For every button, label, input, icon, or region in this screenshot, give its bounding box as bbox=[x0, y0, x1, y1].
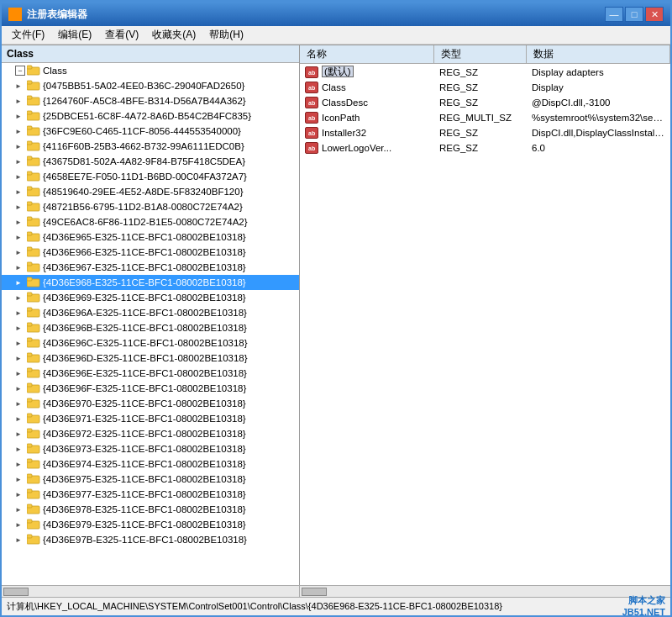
svg-text:ab: ab bbox=[308, 130, 315, 136]
tree-item-label: {4D36E975-E325-11CE-BFC1-08002BE10318} bbox=[43, 474, 246, 484]
svg-rect-21 bbox=[27, 187, 32, 190]
tree-item-label: {4D36E969-E325-11CE-BFC1-08002BE10318} bbox=[43, 293, 246, 303]
table-container[interactable]: ab (默认)REG_SZDisplay adapters ab ClassRE… bbox=[300, 64, 670, 585]
svg-rect-25 bbox=[27, 217, 32, 220]
tree-item[interactable]: ► {4D36E972-E325-11CE-BFC1-08002BE10318} bbox=[2, 426, 299, 441]
tree-item[interactable]: ► {4D36E96E-E325-11CE-BFC1-08002BE10318} bbox=[2, 366, 299, 381]
menu-edit[interactable]: 编辑(E) bbox=[51, 26, 98, 44]
tree-item-label: {4D36E979-E325-11CE-BFC1-08002BE10318} bbox=[43, 519, 246, 530]
tree-item[interactable]: ► {4D36E974-E325-11CE-BFC1-08002BE10318} bbox=[2, 456, 299, 472]
svg-rect-3 bbox=[16, 15, 20, 19]
tree-item[interactable]: ► {4D36E978-E325-11CE-BFC1-08002BE10318} bbox=[2, 502, 299, 517]
svg-rect-37 bbox=[27, 308, 32, 311]
tree-item[interactable]: ► {4D36E96A-E325-11CE-BFC1-08002BE10318} bbox=[2, 305, 299, 320]
left-hscroll-thumb[interactable] bbox=[3, 588, 29, 596]
menu-help[interactable]: 帮助(H) bbox=[202, 26, 250, 44]
table-row[interactable]: ab (默认)REG_SZDisplay adapters bbox=[300, 64, 670, 80]
tree-item[interactable]: ► {4D36E96C-E325-11CE-BFC1-08002BE10318} bbox=[2, 335, 299, 351]
folder-icon bbox=[27, 124, 40, 138]
tree-item[interactable]: ► {4D36E966-E325-11CE-BFC1-08002BE10318} bbox=[2, 245, 299, 260]
tree-container[interactable]: − Class ► {0475BB51-5A02-4EE0-B36C-29040… bbox=[2, 63, 299, 585]
folder-icon bbox=[27, 427, 40, 440]
svg-rect-61 bbox=[27, 489, 32, 493]
tree-item[interactable]: ► {4D36E97B-E325-11CE-BFC1-08002BE10318} bbox=[2, 532, 299, 547]
tree-item-label: {4D36E968-E325-11CE-BFC1-08002BE10318} bbox=[43, 277, 246, 287]
tree-item[interactable]: ► {4D36E96B-E325-11CE-BFC1-08002BE10318} bbox=[2, 320, 299, 335]
folder-icon bbox=[27, 306, 40, 319]
tree-item[interactable]: ► {4D36E973-E325-11CE-BFC1-08002BE10318} bbox=[2, 441, 299, 456]
tree-item[interactable]: ► {43675D81-502A-4A82-9F84-B75F418C5DEA} bbox=[2, 154, 299, 169]
svg-rect-17 bbox=[27, 156, 32, 160]
tree-arrow-icon: ► bbox=[15, 279, 25, 287]
tree-arrow-icon: ► bbox=[15, 355, 25, 362]
svg-rect-55 bbox=[27, 444, 32, 447]
table-row[interactable]: ab Installer32REG_SZDispCI.dll,DisplayCl… bbox=[300, 125, 670, 140]
tree-arrow-icon: ► bbox=[15, 249, 25, 256]
cell-data: Display adapters bbox=[527, 66, 670, 78]
tree-item[interactable]: ► {4D36E96D-E325-11CE-BFC1-08002BE10318} bbox=[2, 351, 299, 366]
svg-rect-53 bbox=[27, 429, 32, 432]
tree-item[interactable]: ► {4D36E979-E325-11CE-BFC1-08002BE10318} bbox=[2, 517, 299, 532]
menu-favorites[interactable]: 收藏夹(A) bbox=[145, 26, 202, 44]
cell-data: DispCI.dll,DisplayClassInstaller bbox=[527, 127, 670, 139]
cell-name: ab (默认) bbox=[300, 65, 434, 79]
table-row[interactable]: ab LowerLogoVer...REG_SZ6.0 bbox=[300, 140, 670, 156]
cell-type: REG_SZ bbox=[434, 97, 527, 108]
main-content: Class − Class ► {0475BB51-5A02-4EE0-B36C… bbox=[2, 45, 670, 585]
status-path: 计算机\HKEY_LOCAL_MACHINE\SYSTEM\ControlSet… bbox=[7, 600, 616, 613]
menu-view[interactable]: 查看(V) bbox=[98, 26, 145, 44]
tree-item[interactable]: ► {4D36E971-E325-11CE-BFC1-08002BE10318} bbox=[2, 411, 299, 426]
tree-expand-icon[interactable]: − bbox=[15, 66, 25, 76]
left-hscroll[interactable] bbox=[2, 585, 300, 597]
tree-arrow-icon: ► bbox=[15, 82, 25, 90]
tree-item-label: {49CE6AC8-6F86-11D2-B1E5-0080C72E74A2} bbox=[43, 217, 248, 227]
tree-item[interactable]: ► {36FC9E60-C465-11CF-8056-444553540000} bbox=[2, 124, 299, 139]
tree-item[interactable]: ► {4D36E96F-E325-11CE-BFC1-08002BE10318} bbox=[2, 381, 299, 396]
right-hscroll-thumb[interactable] bbox=[302, 588, 327, 596]
folder-icon bbox=[27, 109, 40, 123]
tree-item[interactable]: ► {4116F60B-25B3-4662-B732-99A6111EDC0B} bbox=[2, 139, 299, 154]
close-button[interactable]: ✕ bbox=[645, 7, 664, 22]
tree-arrow-icon: ► bbox=[15, 491, 25, 498]
maximize-button[interactable]: □ bbox=[625, 7, 643, 22]
tree-item-label: {4D36E970-E325-11CE-BFC1-08002BE10318} bbox=[43, 398, 246, 409]
tree-item[interactable]: ► {25DBCE51-6C8F-4A72-8A6D-B54C2B4FC835} bbox=[2, 108, 299, 124]
tree-item[interactable]: ► {4658EE7E-F050-11D1-B6BD-00C04FA372A7} bbox=[2, 169, 299, 184]
tree-item[interactable]: ► {4D36E965-E325-11CE-BFC1-08002BE10318} bbox=[2, 229, 299, 245]
tree-item[interactable]: ► {1264760F-A5C8-4BFE-B314-D56A7B44A362} bbox=[2, 93, 299, 108]
tree-item[interactable]: − Class bbox=[2, 63, 299, 78]
tree-item-label: {4D36E96F-E325-11CE-BFC1-08002BE10318} bbox=[43, 383, 246, 393]
tree-item[interactable]: ► {4D36E967-E325-11CE-BFC1-08002BE10318} bbox=[2, 260, 299, 275]
tree-item[interactable]: ► {4D36E977-E325-11CE-BFC1-08002BE10318} bbox=[2, 487, 299, 502]
reg-value-name: Installer32 bbox=[322, 128, 366, 138]
tree-item[interactable]: ► {49CE6AC8-6F86-11D2-B1E5-0080C72E74A2} bbox=[2, 214, 299, 229]
folder-icon bbox=[27, 140, 40, 153]
tree-item[interactable]: ► {4D36E970-E325-11CE-BFC1-08002BE10318} bbox=[2, 396, 299, 411]
reg-value-icon: ab bbox=[305, 66, 318, 78]
tree-item[interactable]: ► {4D36E975-E325-11CE-BFC1-08002BE10318} bbox=[2, 472, 299, 487]
menu-file[interactable]: 文件(F) bbox=[5, 26, 51, 44]
tree-item[interactable]: ► {0475BB51-5A02-4EE0-B36C-29040FAD2650} bbox=[2, 78, 299, 93]
svg-rect-15 bbox=[27, 141, 32, 145]
svg-rect-27 bbox=[27, 232, 32, 235]
tree-item[interactable]: ► {48721B56-6795-11D2-B1A8-0080C72E74A2} bbox=[2, 199, 299, 214]
folder-icon bbox=[27, 276, 40, 289]
right-panel-header: 名称 类型 数据 bbox=[300, 45, 670, 64]
tree-item[interactable]: ► {4D36E969-E325-11CE-BFC1-08002BE10318} bbox=[2, 290, 299, 305]
tree-arrow-icon: ► bbox=[15, 158, 25, 166]
cell-type: REG_SZ bbox=[434, 142, 527, 154]
table-row[interactable]: ab ClassDescREG_SZ@DispCI.dll,-3100 bbox=[300, 95, 670, 110]
table-row[interactable]: ab IconPathREG_MULTI_SZ%systemroot%\syst… bbox=[300, 110, 670, 125]
minimize-button[interactable]: — bbox=[605, 7, 623, 22]
cell-data: %systemroot%\system32\setupap bbox=[527, 112, 670, 124]
cell-data: 6.0 bbox=[527, 142, 670, 154]
watermark-line1: 脚本之家 bbox=[622, 595, 665, 606]
svg-rect-47 bbox=[27, 383, 32, 387]
right-hscroll[interactable] bbox=[300, 585, 670, 597]
tree-arrow-icon: ► bbox=[15, 446, 25, 453]
tree-item-label: {4D36E974-E325-11CE-BFC1-08002BE10318} bbox=[43, 459, 246, 469]
tree-item[interactable]: ► {48519640-29EE-4E52-A8DE-5F83240BF120} bbox=[2, 184, 299, 199]
tree-item[interactable]: ► {4D36E968-E325-11CE-BFC1-08002BE10318} bbox=[2, 275, 299, 290]
tree-arrow-icon: ► bbox=[15, 309, 25, 317]
table-row[interactable]: ab ClassREG_SZDisplay bbox=[300, 80, 670, 95]
